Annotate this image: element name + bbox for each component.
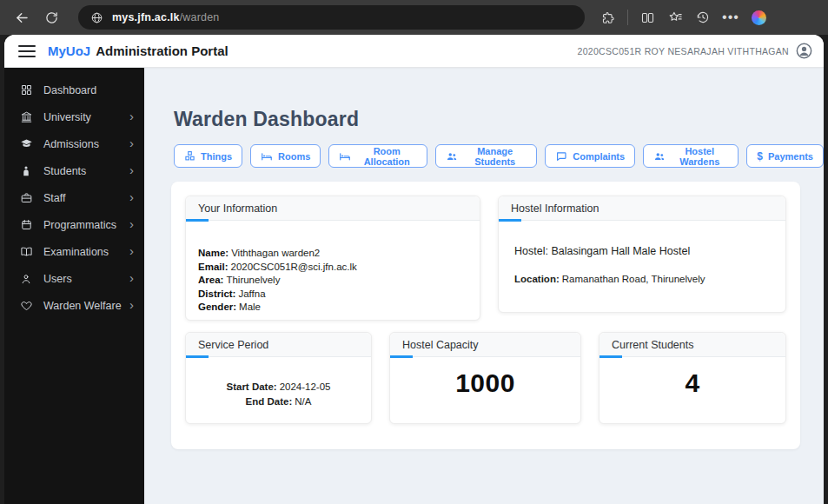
extensions-button[interactable] xyxy=(595,4,621,30)
sidebar-item-label: Dashboard xyxy=(43,84,134,96)
back-button[interactable] xyxy=(7,4,36,30)
graduation-cap-icon xyxy=(19,137,33,151)
hostel-name-line: Hostel: Balasingam Hall Male Hostel xyxy=(514,245,770,257)
split-screen-icon xyxy=(640,10,655,25)
more-button[interactable]: ••• xyxy=(718,4,744,30)
sidebar-item-users[interactable]: Users › xyxy=(4,265,144,292)
start-date-line: Start Date:2024-12-05 xyxy=(186,380,371,395)
browser-toolbar: mys.jfn.ac.lk/warden ••• xyxy=(0,0,828,35)
page-window: MyUoJ Administration Portal 2020CSC051R … xyxy=(4,35,824,504)
sidebar: Dashboard University › Admissions › xyxy=(4,68,144,504)
card-title: Hostel Capacity xyxy=(402,339,479,351)
heart-icon xyxy=(19,299,33,313)
things-button[interactable]: Things xyxy=(174,144,242,168)
button-label: Things xyxy=(201,151,232,162)
hostel-information-card: Hostel Information Hostel: Balasingam Ha… xyxy=(498,196,786,313)
favorites-icon xyxy=(667,10,683,25)
card-header: Hostel Capacity xyxy=(390,333,580,357)
avatar-icon[interactable] xyxy=(795,42,813,60)
info-field-email: Email:2020CSC051R@sci.jfn.ac.lk xyxy=(198,261,467,275)
card-title: Current Students xyxy=(612,339,694,351)
grid-icon xyxy=(19,83,33,97)
toolbar-divider xyxy=(627,10,628,25)
sidebar-item-label: Staff xyxy=(43,192,129,204)
info-field-area: Area:Thirunelvely xyxy=(198,274,467,288)
globe-icon xyxy=(90,11,103,24)
card-title: Your Information xyxy=(198,202,277,215)
card-title: Hostel Information xyxy=(511,202,599,215)
extensions-icon xyxy=(601,10,616,25)
chevron-right-icon: › xyxy=(129,271,134,284)
sidebar-item-label: University xyxy=(43,111,129,123)
card-header: Current Students xyxy=(599,333,785,357)
favorites-button[interactable] xyxy=(662,4,688,30)
bed-icon xyxy=(261,150,273,162)
room-allocation-button[interactable]: Room Allocation xyxy=(328,144,427,168)
dollar-icon: $ xyxy=(757,150,763,162)
action-buttons: Things Rooms Room Allocation xyxy=(174,144,824,168)
url-domain: mys.jfn.ac.lk xyxy=(112,11,180,23)
sidebar-item-label: Examinations xyxy=(43,246,129,258)
url-path: /warden xyxy=(180,11,220,23)
history-button[interactable] xyxy=(690,4,716,30)
hostel-wardens-button[interactable]: Hostel Wardens xyxy=(643,144,739,168)
menu-toggle-button[interactable] xyxy=(18,45,36,57)
sidebar-item-dashboard[interactable]: Dashboard xyxy=(4,76,144,103)
brand-logo[interactable]: MyUoJ xyxy=(48,43,90,58)
sidebar-item-label: Students xyxy=(43,165,129,177)
student-icon xyxy=(19,164,33,178)
chevron-right-icon: › xyxy=(129,109,134,123)
card-header: Service Period xyxy=(186,333,371,357)
card-title: Service Period xyxy=(198,339,268,351)
card-header: Your Information xyxy=(186,196,480,221)
refresh-button[interactable] xyxy=(36,4,66,30)
button-label: Payments xyxy=(768,151,813,162)
sidebar-item-label: Users xyxy=(43,273,129,285)
split-screen-button[interactable] xyxy=(634,4,660,30)
sidebar-item-label: Warden Welfare xyxy=(43,300,129,312)
end-date-line: End Date:N/A xyxy=(186,395,371,409)
user-name: 2020CSC051R ROY NESARAJAH VITHTHAGAN xyxy=(578,46,789,56)
button-label: Complaints xyxy=(573,151,625,162)
address-bar[interactable]: mys.jfn.ac.lk/warden xyxy=(78,5,585,30)
copilot-icon xyxy=(752,10,766,25)
hostel-capacity-card: Hostel Capacity 1000 xyxy=(389,332,581,424)
accent-underline xyxy=(186,355,209,358)
user-icon xyxy=(19,272,33,286)
button-label: Manage Students xyxy=(463,146,527,167)
open-book-icon xyxy=(19,245,33,259)
refresh-icon xyxy=(44,10,59,25)
sidebar-item-warden-welfare[interactable]: Warden Welfare › xyxy=(4,292,144,319)
page-title: Warden Dashboard xyxy=(174,108,824,131)
sidebar-item-examinations[interactable]: Examinations › xyxy=(4,238,144,265)
sidebar-item-students[interactable]: Students › xyxy=(4,157,144,184)
manage-students-button[interactable]: Manage Students xyxy=(435,144,537,168)
chevron-right-icon: › xyxy=(129,190,134,203)
copilot-button[interactable] xyxy=(745,4,772,30)
payments-button[interactable]: $ Payments xyxy=(746,144,824,168)
complaints-button[interactable]: Complaints xyxy=(545,144,635,168)
main-content: Warden Dashboard Things Rooms xyxy=(144,68,824,504)
button-label: Room Allocation xyxy=(356,146,417,167)
chevron-right-icon: › xyxy=(129,136,134,149)
sidebar-item-label: Programmatics xyxy=(43,219,129,231)
sidebar-item-university[interactable]: University › xyxy=(4,103,144,130)
users-icon xyxy=(653,150,666,162)
sidebar-item-label: Admissions xyxy=(43,138,129,150)
rooms-button[interactable]: Rooms xyxy=(250,144,321,168)
chat-icon xyxy=(555,150,567,162)
accent-underline xyxy=(499,219,521,222)
current-students-card: Current Students 4 xyxy=(599,332,786,424)
app-header: MyUoJ Administration Portal 2020CSC051R … xyxy=(4,35,824,68)
info-field-gender: Gender:Male xyxy=(198,301,467,315)
info-field-district: District:Jaffna xyxy=(198,288,467,302)
sidebar-item-admissions[interactable]: Admissions › xyxy=(4,130,144,157)
sidebar-item-programmatics[interactable]: Programmatics › xyxy=(4,211,144,238)
sidebar-item-staff[interactable]: Staff › xyxy=(4,184,144,211)
boxes-icon xyxy=(184,150,195,162)
calendar-icon xyxy=(19,218,33,232)
briefcase-icon xyxy=(19,191,33,205)
bed-icon xyxy=(339,150,351,162)
accent-underline xyxy=(599,355,622,358)
app-title: Administration Portal xyxy=(96,43,229,58)
